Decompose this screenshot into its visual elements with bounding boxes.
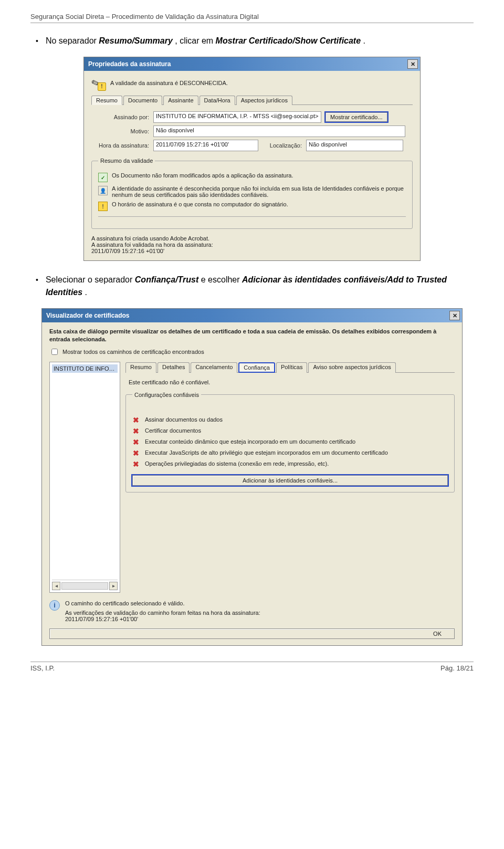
cert-intro: Esta caixa de diálogo permite visualizar…: [49, 328, 455, 344]
signature-status-text: A validade da assinatura é DESCONHECIDA.: [110, 80, 228, 86]
sig-tabs: Resumo Documento Assinante Data/Hora Asp…: [91, 95, 413, 105]
instruction-1-text: No separador Resumo/Summary , clicar em …: [46, 35, 365, 47]
warn-icon: !: [98, 202, 108, 211]
show-all-paths-label: Mostrar todos os caminhos de certificaçã…: [62, 349, 204, 355]
dialog-title: Visualizador de certificados: [46, 312, 130, 319]
identity-unknown-icon: 👤: [98, 186, 108, 195]
footer-left: ISS, I.P.: [30, 664, 55, 672]
validity-summary-fieldset: Resumo da validade ✓ Os Documento não fo…: [91, 158, 413, 229]
tab-datahora[interactable]: Data/Hora: [200, 96, 235, 105]
ok-button[interactable]: OK: [49, 628, 455, 639]
tab-cert-politicas[interactable]: Políticas: [276, 362, 308, 373]
certificate-viewer-dialog: Visualizador de certificados ✕ Esta caix…: [41, 308, 463, 646]
instruction-1: • No separador Resumo/Summary , clicar e…: [36, 35, 474, 47]
cert-not-trusted-notice: Este certificado não é confiável.: [129, 379, 455, 385]
lbl-sign-time: Hora da assinatura:: [91, 142, 149, 149]
trust-privileged-ops: Operações privilegiadas do sistema (cone…: [145, 460, 329, 467]
x-icon: ✖: [132, 438, 140, 446]
scroll-right-icon[interactable]: ▸: [109, 582, 118, 590]
scroll-track[interactable]: [61, 582, 108, 590]
lbl-location: Localização:: [262, 142, 302, 149]
cert-chain-list[interactable]: INSTITUTO DE INFORMATIC ◂ ▸: [49, 362, 120, 593]
tab-resumo[interactable]: Resumo: [91, 96, 122, 105]
bullet-icon: •: [36, 35, 38, 47]
trust-privileged-js: Executar JavaScripts de alto privilégio …: [145, 449, 388, 456]
sign-time-field[interactable]: 2011/07/09 15:27:16 +01'00': [153, 140, 258, 151]
validity-time-source: O horário de assinatura é o que consta n…: [112, 201, 288, 211]
tab-juridicos[interactable]: Aspectos jurídicos: [236, 96, 292, 105]
tab-assinante[interactable]: Assinante: [163, 96, 198, 105]
validity-summary-legend: Resumo da validade: [98, 158, 155, 164]
tab-cert-cancelamento[interactable]: Cancelamento: [191, 362, 237, 373]
signed-by-field[interactable]: INSTITUTO DE INFORMATICA, I.P. - MTSS <i…: [153, 111, 321, 123]
trust-settings-legend: Configurações confiáveis: [132, 392, 201, 398]
trust-dynamic-content: Executar conteúdo dinâmico que esteja in…: [145, 438, 355, 445]
footer-right: Pág. 18/21: [440, 664, 474, 672]
lbl-signed-by: Assinado por:: [91, 114, 149, 120]
x-icon: ✖: [132, 460, 140, 468]
trust-sign-docs: Assinar documentos ou dados: [145, 416, 223, 423]
add-to-trusted-button[interactable]: Adicionar às identidades confiáveis...: [132, 475, 448, 486]
instruction-2: • Selecionar o separador Confiança/Trust…: [36, 274, 474, 299]
tab-cert-resumo[interactable]: Resumo: [125, 362, 156, 373]
list-scrollbar[interactable]: ◂ ▸: [52, 580, 118, 590]
trust-settings-fieldset: Configurações confiáveis ✖ Assinar docum…: [125, 392, 455, 492]
tab-documento[interactable]: Documento: [123, 96, 162, 105]
cert-tabs: Resumo Detalhes Cancelamento Confiança P…: [125, 362, 455, 373]
info-icon: i: [49, 600, 60, 611]
validity-doc-unmodified: Os Documento não foram modificados após …: [112, 172, 293, 182]
warn-icon: !: [98, 82, 106, 91]
reason-field[interactable]: Não disponível: [153, 125, 405, 137]
instruction-2-text: Selecionar o separador Confiança/Trust e…: [46, 274, 474, 299]
divider: [98, 216, 406, 217]
signature-status: ✎ ! A validade da assinatura é DESCONHEC…: [91, 76, 413, 90]
dialog-titlebar: Propriedades da assinatura ✕: [84, 57, 420, 71]
tab-cert-detalhes[interactable]: Detalhes: [158, 362, 190, 373]
show-certificate-button[interactable]: Mostrar certificado...: [326, 112, 387, 122]
doc-header: Segurança Social Direta – Procedimento d…: [30, 13, 474, 23]
signature-status-icon: ✎ !: [91, 76, 105, 90]
check-icon: ✓: [98, 173, 108, 182]
tab-cert-confianca[interactable]: Confiança: [238, 362, 275, 373]
close-icon[interactable]: ✕: [449, 311, 460, 320]
lbl-reason: Motivo:: [91, 128, 149, 134]
cert-path-status: O caminho do certificado selecionado é v…: [65, 600, 260, 622]
validity-identity-unknown: A identidade do assinante é desconhecida…: [112, 185, 406, 198]
sig-bottom-info: A assinatura foi criada usando Adobe Acr…: [91, 235, 413, 254]
location-field[interactable]: Não disponível: [306, 140, 403, 151]
show-all-paths-checkbox[interactable]: [51, 349, 58, 355]
cert-chain-item[interactable]: INSTITUTO DE INFORMATIC: [52, 364, 118, 373]
close-icon[interactable]: ✕: [407, 59, 418, 69]
signature-properties-dialog: Propriedades da assinatura ✕ ✎ ! A valid…: [83, 57, 421, 261]
scroll-left-icon[interactable]: ◂: [52, 582, 60, 590]
bullet-icon: •: [36, 274, 38, 299]
dialog-title: Propriedades da assinatura: [88, 60, 171, 68]
page-footer: ISS, I.P. Pág. 18/21: [30, 662, 474, 672]
tab-cert-juridicos[interactable]: Aviso sobre aspectos jurídicos: [308, 362, 395, 373]
dialog-titlebar: Visualizador de certificados ✕: [42, 309, 462, 322]
x-icon: ✖: [132, 449, 140, 457]
x-icon: ✖: [132, 416, 140, 424]
x-icon: ✖: [132, 427, 140, 435]
trust-certify-docs: Certificar documentos: [145, 427, 201, 434]
